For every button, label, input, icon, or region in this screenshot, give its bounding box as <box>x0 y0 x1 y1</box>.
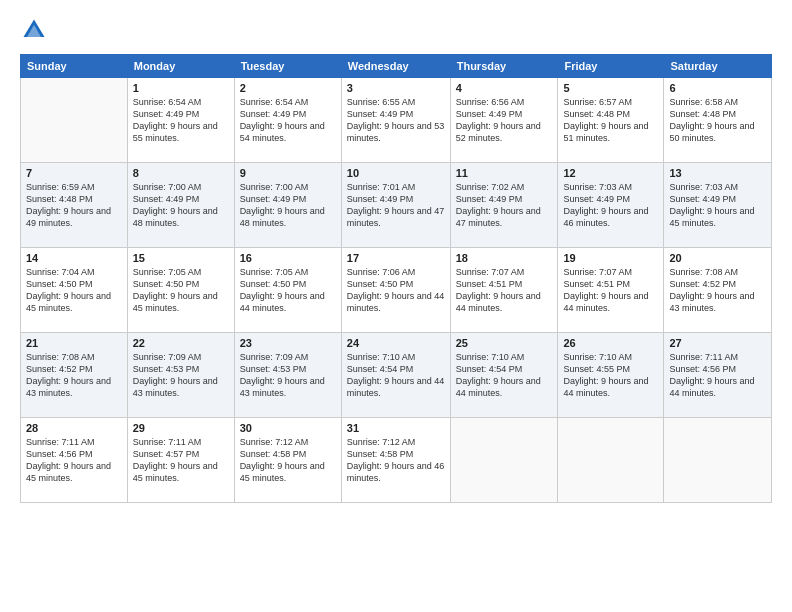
day-info: Sunrise: 7:01 AM Sunset: 4:49 PM Dayligh… <box>347 181 445 230</box>
day-info: Sunrise: 7:05 AM Sunset: 4:50 PM Dayligh… <box>133 266 229 315</box>
day-number: 10 <box>347 167 445 179</box>
day-info: Sunrise: 6:54 AM Sunset: 4:49 PM Dayligh… <box>133 96 229 145</box>
day-info: Sunrise: 6:55 AM Sunset: 4:49 PM Dayligh… <box>347 96 445 145</box>
day-info: Sunrise: 7:07 AM Sunset: 4:51 PM Dayligh… <box>563 266 658 315</box>
day-info: Sunrise: 7:07 AM Sunset: 4:51 PM Dayligh… <box>456 266 553 315</box>
col-header-wednesday: Wednesday <box>341 55 450 78</box>
day-number: 18 <box>456 252 553 264</box>
col-header-thursday: Thursday <box>450 55 558 78</box>
day-number: 17 <box>347 252 445 264</box>
day-number: 2 <box>240 82 336 94</box>
day-info: Sunrise: 7:11 AM Sunset: 4:57 PM Dayligh… <box>133 436 229 485</box>
day-cell <box>450 418 558 503</box>
day-cell: 4Sunrise: 6:56 AM Sunset: 4:49 PM Daylig… <box>450 78 558 163</box>
day-number: 8 <box>133 167 229 179</box>
day-cell: 18Sunrise: 7:07 AM Sunset: 4:51 PM Dayli… <box>450 248 558 333</box>
day-number: 23 <box>240 337 336 349</box>
day-cell: 1Sunrise: 6:54 AM Sunset: 4:49 PM Daylig… <box>127 78 234 163</box>
day-info: Sunrise: 7:12 AM Sunset: 4:58 PM Dayligh… <box>347 436 445 485</box>
day-cell: 29Sunrise: 7:11 AM Sunset: 4:57 PM Dayli… <box>127 418 234 503</box>
day-info: Sunrise: 7:03 AM Sunset: 4:49 PM Dayligh… <box>563 181 658 230</box>
header-row: SundayMondayTuesdayWednesdayThursdayFrid… <box>21 55 772 78</box>
day-number: 31 <box>347 422 445 434</box>
day-number: 20 <box>669 252 766 264</box>
week-row-3: 14Sunrise: 7:04 AM Sunset: 4:50 PM Dayli… <box>21 248 772 333</box>
day-cell: 19Sunrise: 7:07 AM Sunset: 4:51 PM Dayli… <box>558 248 664 333</box>
day-cell: 21Sunrise: 7:08 AM Sunset: 4:52 PM Dayli… <box>21 333 128 418</box>
day-number: 7 <box>26 167 122 179</box>
day-info: Sunrise: 6:54 AM Sunset: 4:49 PM Dayligh… <box>240 96 336 145</box>
day-number: 26 <box>563 337 658 349</box>
day-number: 5 <box>563 82 658 94</box>
day-number: 4 <box>456 82 553 94</box>
day-number: 21 <box>26 337 122 349</box>
day-cell <box>664 418 772 503</box>
day-number: 6 <box>669 82 766 94</box>
day-cell: 25Sunrise: 7:10 AM Sunset: 4:54 PM Dayli… <box>450 333 558 418</box>
day-info: Sunrise: 7:09 AM Sunset: 4:53 PM Dayligh… <box>240 351 336 400</box>
day-info: Sunrise: 7:10 AM Sunset: 4:55 PM Dayligh… <box>563 351 658 400</box>
logo <box>20 16 52 44</box>
day-number: 12 <box>563 167 658 179</box>
day-info: Sunrise: 7:08 AM Sunset: 4:52 PM Dayligh… <box>26 351 122 400</box>
day-info: Sunrise: 7:00 AM Sunset: 4:49 PM Dayligh… <box>240 181 336 230</box>
day-cell: 22Sunrise: 7:09 AM Sunset: 4:53 PM Dayli… <box>127 333 234 418</box>
day-info: Sunrise: 7:08 AM Sunset: 4:52 PM Dayligh… <box>669 266 766 315</box>
day-cell: 26Sunrise: 7:10 AM Sunset: 4:55 PM Dayli… <box>558 333 664 418</box>
day-cell: 11Sunrise: 7:02 AM Sunset: 4:49 PM Dayli… <box>450 163 558 248</box>
day-cell: 2Sunrise: 6:54 AM Sunset: 4:49 PM Daylig… <box>234 78 341 163</box>
day-info: Sunrise: 7:11 AM Sunset: 4:56 PM Dayligh… <box>26 436 122 485</box>
day-number: 16 <box>240 252 336 264</box>
page: SundayMondayTuesdayWednesdayThursdayFrid… <box>0 0 792 612</box>
day-cell: 13Sunrise: 7:03 AM Sunset: 4:49 PM Dayli… <box>664 163 772 248</box>
day-cell: 24Sunrise: 7:10 AM Sunset: 4:54 PM Dayli… <box>341 333 450 418</box>
day-cell: 10Sunrise: 7:01 AM Sunset: 4:49 PM Dayli… <box>341 163 450 248</box>
day-info: Sunrise: 7:10 AM Sunset: 4:54 PM Dayligh… <box>456 351 553 400</box>
day-number: 1 <box>133 82 229 94</box>
day-cell <box>558 418 664 503</box>
day-info: Sunrise: 7:04 AM Sunset: 4:50 PM Dayligh… <box>26 266 122 315</box>
day-cell: 3Sunrise: 6:55 AM Sunset: 4:49 PM Daylig… <box>341 78 450 163</box>
day-cell: 12Sunrise: 7:03 AM Sunset: 4:49 PM Dayli… <box>558 163 664 248</box>
header <box>20 16 772 44</box>
day-number: 24 <box>347 337 445 349</box>
col-header-friday: Friday <box>558 55 664 78</box>
day-cell: 7Sunrise: 6:59 AM Sunset: 4:48 PM Daylig… <box>21 163 128 248</box>
day-number: 3 <box>347 82 445 94</box>
day-cell: 23Sunrise: 7:09 AM Sunset: 4:53 PM Dayli… <box>234 333 341 418</box>
day-number: 29 <box>133 422 229 434</box>
day-number: 11 <box>456 167 553 179</box>
week-row-2: 7Sunrise: 6:59 AM Sunset: 4:48 PM Daylig… <box>21 163 772 248</box>
logo-icon <box>20 16 48 44</box>
day-info: Sunrise: 7:06 AM Sunset: 4:50 PM Dayligh… <box>347 266 445 315</box>
week-row-5: 28Sunrise: 7:11 AM Sunset: 4:56 PM Dayli… <box>21 418 772 503</box>
day-cell <box>21 78 128 163</box>
day-info: Sunrise: 7:11 AM Sunset: 4:56 PM Dayligh… <box>669 351 766 400</box>
day-cell: 31Sunrise: 7:12 AM Sunset: 4:58 PM Dayli… <box>341 418 450 503</box>
day-cell: 14Sunrise: 7:04 AM Sunset: 4:50 PM Dayli… <box>21 248 128 333</box>
day-info: Sunrise: 7:02 AM Sunset: 4:49 PM Dayligh… <box>456 181 553 230</box>
day-cell: 17Sunrise: 7:06 AM Sunset: 4:50 PM Dayli… <box>341 248 450 333</box>
day-number: 25 <box>456 337 553 349</box>
col-header-saturday: Saturday <box>664 55 772 78</box>
week-row-1: 1Sunrise: 6:54 AM Sunset: 4:49 PM Daylig… <box>21 78 772 163</box>
day-number: 28 <box>26 422 122 434</box>
week-row-4: 21Sunrise: 7:08 AM Sunset: 4:52 PM Dayli… <box>21 333 772 418</box>
col-header-tuesday: Tuesday <box>234 55 341 78</box>
day-cell: 20Sunrise: 7:08 AM Sunset: 4:52 PM Dayli… <box>664 248 772 333</box>
day-number: 15 <box>133 252 229 264</box>
day-number: 19 <box>563 252 658 264</box>
day-info: Sunrise: 6:56 AM Sunset: 4:49 PM Dayligh… <box>456 96 553 145</box>
day-number: 9 <box>240 167 336 179</box>
day-cell: 16Sunrise: 7:05 AM Sunset: 4:50 PM Dayli… <box>234 248 341 333</box>
day-number: 13 <box>669 167 766 179</box>
day-cell: 15Sunrise: 7:05 AM Sunset: 4:50 PM Dayli… <box>127 248 234 333</box>
day-cell: 27Sunrise: 7:11 AM Sunset: 4:56 PM Dayli… <box>664 333 772 418</box>
calendar-table: SundayMondayTuesdayWednesdayThursdayFrid… <box>20 54 772 503</box>
day-info: Sunrise: 7:00 AM Sunset: 4:49 PM Dayligh… <box>133 181 229 230</box>
col-header-sunday: Sunday <box>21 55 128 78</box>
col-header-monday: Monday <box>127 55 234 78</box>
day-cell: 9Sunrise: 7:00 AM Sunset: 4:49 PM Daylig… <box>234 163 341 248</box>
day-info: Sunrise: 6:59 AM Sunset: 4:48 PM Dayligh… <box>26 181 122 230</box>
day-info: Sunrise: 7:05 AM Sunset: 4:50 PM Dayligh… <box>240 266 336 315</box>
